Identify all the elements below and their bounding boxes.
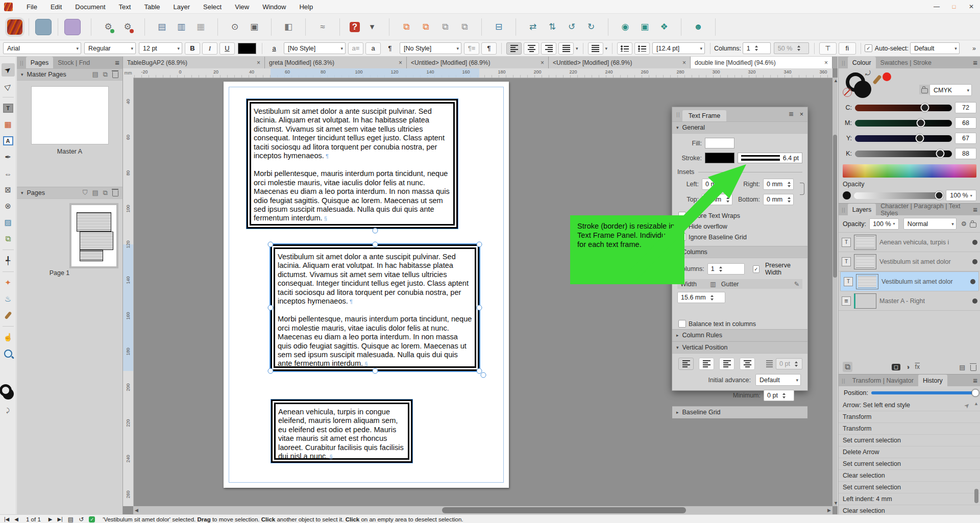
horizontal-scrollbar[interactable]: ◀ ▶ — [133, 506, 832, 514]
history-item[interactable]: Set current selection — [839, 435, 980, 446]
tab-transform-navigator[interactable]: Transform | Navigator — [848, 376, 918, 386]
next-page-icon[interactable]: ▶ — [48, 516, 53, 522]
flip-vertical-icon[interactable]: ⇅ — [545, 20, 559, 34]
pen-tool[interactable]: ✒ — [2, 151, 15, 164]
history-item[interactable]: Delete Arrow — [839, 446, 980, 458]
selection-handle[interactable] — [268, 305, 274, 311]
crop-tool[interactable]: ╃ — [2, 254, 15, 267]
baseline-grid-header[interactable]: ▸ Baseline Grid — [672, 406, 807, 418]
opacity-slider[interactable] — [854, 192, 943, 199]
flip-horizontal-icon[interactable]: ⇄ — [526, 20, 540, 34]
tab-layers[interactable]: Layers — [848, 204, 876, 215]
designer-persona[interactable] — [35, 19, 52, 35]
font-family-select[interactable]: Arial▾ — [3, 42, 81, 54]
history-item[interactable]: Arrow: Set left end style➤ — [839, 400, 980, 411]
spectrum-bar[interactable] — [843, 164, 976, 178]
font-size-select[interactable]: 12 pt▾ — [139, 42, 182, 54]
layer-name[interactable]: Vestibulum sit amet dolor — [881, 278, 953, 285]
valign-center-button[interactable] — [699, 358, 714, 370]
curves-icon[interactable]: ≈ — [315, 20, 330, 34]
panel-menu-icon[interactable]: ≡ — [973, 58, 977, 67]
menu-document[interactable]: Document — [68, 0, 112, 13]
layer-thumbnail[interactable] — [856, 274, 878, 289]
place-image-tool[interactable]: ⧉ — [2, 232, 15, 245]
italic-button[interactable]: I — [202, 42, 217, 55]
layer-name[interactable]: Master A - Right — [879, 297, 925, 305]
selection-handle[interactable] — [477, 242, 482, 247]
account-person-icon[interactable]: ☻ — [691, 20, 705, 34]
paragraph-mark-icon[interactable]: ¶ — [383, 43, 397, 54]
text-frame-settings-button[interactable]: ⊤ — [819, 42, 837, 55]
blend-mode-select[interactable]: Normal▾ — [903, 218, 957, 230]
picked-colour-dot[interactable] — [883, 72, 891, 81]
move-backward-icon[interactable]: ⧉ — [438, 20, 452, 34]
frame-text-tool[interactable]: T — [2, 102, 15, 115]
document-tab[interactable]: TableBugAP2 (68.9%)× — [123, 57, 265, 68]
history-position-knob[interactable] — [972, 389, 979, 397]
master-pages-header[interactable]: ▾ Master Pages ▤ ⧉ — [17, 68, 122, 81]
assistant-icon[interactable]: ? — [350, 22, 360, 32]
gutter-column-header[interactable]: Gutter — [721, 281, 739, 288]
layer-row[interactable]: TVestibulum sit amet dolor — [839, 252, 980, 271]
delete-master-icon[interactable] — [112, 72, 118, 78]
layer-row[interactable]: ≣Master A - Right — [839, 291, 980, 311]
master-a-thumbnail[interactable] — [32, 87, 108, 144]
eyedropper-icon[interactable] — [872, 74, 881, 85]
opacity-swatch[interactable] — [843, 191, 851, 200]
rotate-cw-icon[interactable]: ↻ — [584, 20, 598, 34]
slider-knob[interactable] — [916, 134, 924, 143]
alignment-more-chevron[interactable]: ▾ — [576, 46, 578, 51]
swap-fill-stroke-icon[interactable]: ⤸ — [2, 404, 15, 417]
columns-count-stepper[interactable]: 1 — [707, 263, 745, 275]
panel-grip-icon[interactable]: || — [676, 111, 680, 117]
selection-handle[interactable] — [372, 242, 378, 247]
stepper-arrows-icon[interactable] — [753, 43, 761, 54]
auto-select-select[interactable]: Default▾ — [910, 42, 960, 54]
layer-thumbnail[interactable] — [854, 293, 876, 309]
inset-top-stepper[interactable]: 0 mm — [702, 194, 732, 205]
move-to-back-icon[interactable]: ⧉ — [457, 20, 472, 34]
publisher-persona[interactable] — [7, 19, 22, 35]
align-right-button[interactable] — [541, 42, 556, 55]
last-page-icon[interactable]: ▶| — [57, 516, 62, 522]
character-style-select[interactable]: [No Style]▾ — [284, 42, 346, 54]
history-item[interactable]: Transform — [839, 423, 980, 435]
leading-value-select[interactable]: [12.4 pt]▾ — [652, 42, 705, 54]
history-item[interactable]: Transform — [839, 411, 980, 423]
layer-visibility-dot[interactable] — [972, 259, 977, 264]
menu-window[interactable]: Window — [256, 0, 292, 13]
toolbar-overflow-chevron[interactable]: » — [972, 45, 976, 52]
close-button[interactable]: ✕ — [963, 3, 980, 10]
panel-close-icon[interactable]: × — [800, 111, 803, 118]
lock-layer-icon[interactable] — [970, 222, 976, 228]
link-insets-icon[interactable] — [800, 183, 804, 195]
slider-knob[interactable] — [936, 150, 945, 158]
picture-frame-tool[interactable]: ▨ — [2, 216, 15, 229]
history-scrollbar[interactable]: ▲▼ — [973, 401, 979, 523]
panel-grip-icon[interactable]: || — [842, 60, 846, 66]
columns-section-header[interactable]: ▾ Columns — [672, 246, 807, 258]
slider-knob[interactable] — [920, 104, 929, 112]
menu-layer[interactable]: Layer — [167, 0, 197, 13]
show-special-characters-button[interactable]: ¶ — [481, 42, 497, 55]
export-preview-icon[interactable]: ❖ — [657, 20, 671, 34]
document-tab[interactable]: greta [Modified] (68.3%)× — [265, 57, 407, 68]
balance-text-checkbox[interactable] — [678, 320, 686, 328]
slider-value[interactable]: 67 — [955, 133, 976, 144]
frame-fill-swatch[interactable] — [705, 138, 734, 148]
scroll-up-icon[interactable]: ▲ — [834, 78, 838, 83]
scroll-left-icon[interactable]: ◀ — [135, 508, 138, 513]
history-item[interactable]: Left indent: 4 mm — [839, 493, 980, 505]
underline-button[interactable]: U — [219, 42, 235, 55]
menu-view[interactable]: View — [228, 0, 256, 13]
selection-handle[interactable] — [372, 368, 378, 374]
update-character-style-icon[interactable]: a≡ — [348, 42, 363, 55]
scroll-right-icon[interactable]: ▶ — [827, 508, 831, 513]
style-picker-tool[interactable]: ♨ — [2, 292, 15, 306]
sync-icon[interactable]: ↺ — [79, 516, 84, 523]
align-left-button[interactable] — [506, 42, 522, 55]
history-item[interactable]: Set current selection — [839, 482, 980, 493]
transparency-icon[interactable]: ◧ — [281, 20, 296, 34]
ligatures-button[interactable]: fi — [839, 42, 856, 55]
tab-stock-find[interactable]: Stock | Fnd — [53, 58, 94, 68]
